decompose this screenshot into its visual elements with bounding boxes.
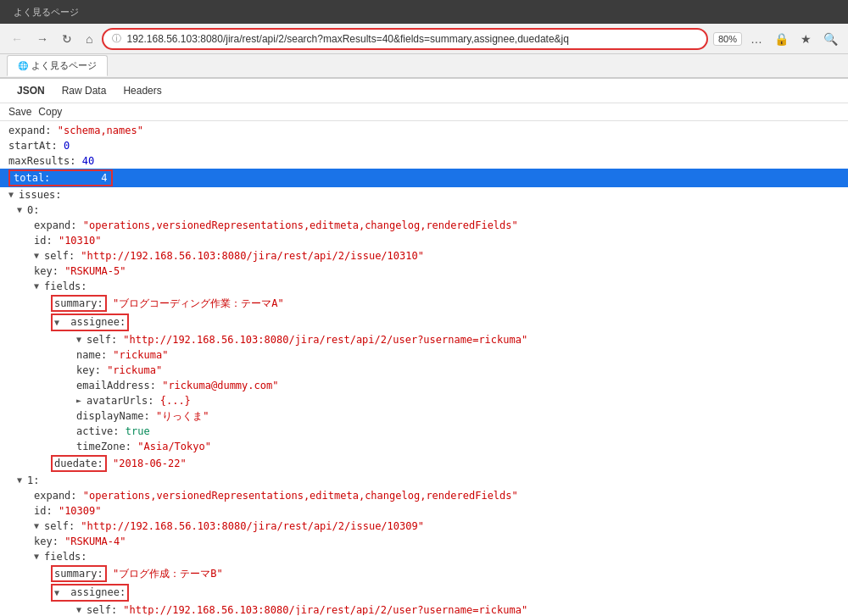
more-button[interactable]: … xyxy=(747,31,766,47)
item0-name-key: name: xyxy=(76,348,107,362)
item1-fields-toggle[interactable]: ▼ xyxy=(34,550,42,563)
item0-key-key: key: xyxy=(34,264,59,278)
maxresults-row: maxResults: 40 xyxy=(0,153,848,169)
forward-button[interactable]: → xyxy=(32,31,53,47)
tab-json[interactable]: JSON xyxy=(8,82,53,99)
item0-display-key: displayName: xyxy=(76,409,150,423)
url-input[interactable] xyxy=(126,33,698,45)
item1-toggle[interactable]: ▼ xyxy=(17,474,25,487)
item1-summary-row: summary: "ブログ作成：テーマB" xyxy=(0,564,848,583)
item0-fields-toggle[interactable]: ▼ xyxy=(34,280,42,293)
issues-toggle[interactable]: ▼ xyxy=(8,188,17,202)
startat-key: startAt: xyxy=(8,139,58,153)
item1-assignee-toggle[interactable]: ▼ xyxy=(54,586,63,600)
maxresults-key: maxResults: xyxy=(8,154,75,168)
total-key: total: xyxy=(14,171,50,185)
item0-summary-row: summary: "ブログコーディング作業：テーマA" xyxy=(0,294,848,313)
item0-id-row: id: "10310" xyxy=(0,233,848,248)
browser-toolbar: ← → ↻ ⌂ ⓘ 80% … 🔒 ★ 🔍 xyxy=(0,24,848,54)
save-button[interactable]: Save xyxy=(8,106,31,118)
item0-toggle[interactable]: ▼ xyxy=(17,203,25,217)
item0-fields-row: ▼ fields: xyxy=(0,279,848,294)
startat-value: 0 xyxy=(64,139,70,153)
item0-key2-key: key: xyxy=(76,363,101,377)
back-button[interactable]: ← xyxy=(7,31,27,47)
item1-key-key: key: xyxy=(34,535,59,548)
item0-name-row: name: "rickuma" xyxy=(0,347,848,363)
expand-row: expand: "schema,names" xyxy=(0,123,848,138)
item1-aself-row: ▼ self: "http://192.168.56.103:8080/jira… xyxy=(0,602,848,615)
item0-self-value: "http://192.168.56.103:8080/jira/rest/ap… xyxy=(81,249,424,263)
item0-expand-key: expand: xyxy=(34,219,77,232)
item1-fields-key: fields: xyxy=(44,550,87,563)
tab-rawdata[interactable]: Raw Data xyxy=(53,82,115,99)
item0-assignee-self-row: ▼ self: "http://192.168.56.103:8080/jira… xyxy=(0,332,848,347)
favicon-icon: 🌐 xyxy=(18,61,28,70)
maxresults-value: 40 xyxy=(82,154,94,168)
item0-aself-toggle[interactable]: ▼ xyxy=(76,333,85,347)
home-button[interactable]: ⌂ xyxy=(81,31,97,47)
item1-fields-row: ▼ fields: xyxy=(0,549,848,564)
item0-self-row: ▼ self: "http://192.168.56.103:8080/jira… xyxy=(0,248,848,264)
item0-assignee-key: assignee: xyxy=(70,316,126,328)
info-icon: ⓘ xyxy=(112,32,121,45)
browser-tab-active[interactable]: 🌐 よく見るページ xyxy=(7,55,108,76)
item0-assignee-toggle[interactable]: ▼ xyxy=(54,316,63,330)
item0-email-key: emailAddress: xyxy=(76,379,156,392)
pocket-button[interactable]: 🔒 xyxy=(771,31,792,47)
tab-label: よく見るページ xyxy=(31,59,97,72)
item0-aself-value: "http://192.168.56.103:8080/jira/rest/ap… xyxy=(123,333,527,347)
item1-key-value: "RSKUMA-4" xyxy=(64,535,126,548)
expand-key: expand: xyxy=(8,124,52,137)
copy-button[interactable]: Copy xyxy=(38,106,62,118)
reload-button[interactable]: ↻ xyxy=(58,31,76,47)
item1-aself-toggle[interactable]: ▼ xyxy=(76,603,85,615)
bookmark-button[interactable]: ★ xyxy=(797,31,815,47)
titlebar: よく見るページ xyxy=(0,0,848,24)
item0-email-value: "rickuma@dummy.com" xyxy=(162,379,278,392)
item0-active-row: active: true xyxy=(0,424,848,439)
item1-row: ▼ 1: xyxy=(0,473,848,488)
item0-row: ▼ 0: xyxy=(0,203,848,218)
item0-assignee-row: ▼ assignee: xyxy=(0,313,848,332)
item0-key2-row: key: "rickuma" xyxy=(0,363,848,378)
item1-id-key: id: xyxy=(34,504,53,518)
action-row: Save Copy xyxy=(0,103,848,121)
item1-id-value: "10309" xyxy=(59,504,102,518)
item1-aself-value: "http://192.168.56.103:8080/jira/rest/ap… xyxy=(123,603,527,615)
item0-expand-row: expand: "operations,versionedRepresentat… xyxy=(0,218,848,233)
item0-self-toggle[interactable]: ▼ xyxy=(34,249,42,263)
item0-email-row: emailAddress: "rickuma@dummy.com" xyxy=(0,378,848,393)
item0-summary-value: "ブログコーディング作業：テーマA" xyxy=(113,297,284,310)
item1-key-row: key: "RSKUMA-4" xyxy=(0,534,848,549)
issues-key: issues: xyxy=(19,188,62,202)
item0-name-value: "rickuma" xyxy=(113,348,168,362)
item0-tz-row: timeZone: "Asia/Tokyo" xyxy=(0,439,848,454)
item1-expand-value: "operations,versionedRepresentations,edi… xyxy=(83,489,518,502)
item1-self-toggle[interactable]: ▼ xyxy=(34,519,42,533)
browser-actions: 80% … 🔒 ★ 🔍 xyxy=(713,31,841,47)
item0-avatar-toggle[interactable]: ► xyxy=(76,394,85,408)
item1-expand-row: expand: "operations,versionedRepresentat… xyxy=(0,488,848,503)
item0-duedate-value: "2018-06-22" xyxy=(113,457,187,470)
json-content: expand: "schema,names" startAt: 0 maxRes… xyxy=(0,121,848,615)
item0-avatar-row: ► avatarUrls: {...} xyxy=(0,393,848,408)
item1-self-key: self: xyxy=(44,519,75,533)
item1-self-row: ▼ self: "http://192.168.56.103:8080/jira… xyxy=(0,519,848,534)
search-button[interactable]: 🔍 xyxy=(820,31,841,47)
item1-aself-key: self: xyxy=(86,603,117,615)
item0-key-value: "RSKUMA-5" xyxy=(64,264,126,278)
item0-expand-value: "operations,versionedRepresentations,edi… xyxy=(83,219,518,232)
item0-avatar-value: {...} xyxy=(160,394,191,408)
item1-assignee-key: assignee: xyxy=(70,586,126,598)
item0-tz-key: timeZone: xyxy=(76,440,131,453)
item1-assignee-row: ▼ assignee: xyxy=(0,583,848,602)
item0-avatar-key: avatarUrls: xyxy=(86,394,153,408)
tab-bar: 🌐 よく見るページ xyxy=(0,54,848,78)
address-bar: ⓘ xyxy=(102,28,708,50)
item0-tz-value: "Asia/Tokyo" xyxy=(137,440,211,453)
tab-headers[interactable]: Headers xyxy=(114,82,170,99)
item0-summary-key: summary: xyxy=(54,297,103,309)
zoom-badge: 80% xyxy=(713,32,742,46)
titlebar-text: よく見るページ xyxy=(14,6,79,19)
